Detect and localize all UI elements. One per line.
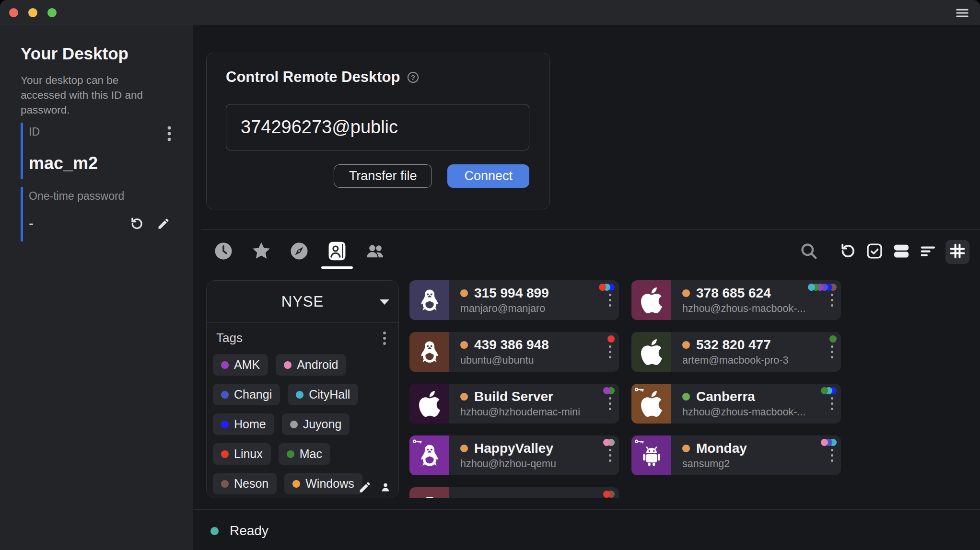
menu-icon[interactable] [954,5,970,21]
tab-recent-sessions[interactable] [212,241,234,263]
tag-color-dot [284,361,292,369]
remote-id-input[interactable] [226,104,529,150]
edit-tags-pencil-icon[interactable] [358,481,372,494]
sort-icon [919,242,937,262]
tag-label: Windows [305,477,354,491]
tag-color-dot [221,450,229,458]
tab-address-book[interactable] [326,241,348,263]
device-name: Monday [696,441,747,456]
otp-refresh-icon[interactable] [129,216,144,231]
tag-label: Home [234,417,266,431]
device-username: hzhou@zhous-macbook-... [682,406,805,418]
device-card[interactable]: 378 685 624hzhou@zhous-macbook-... [631,280,841,320]
device-status-dot [460,393,468,401]
device-username: artem@macbook-pro-3 [682,355,788,367]
compass-icon [289,241,309,263]
control-remote-desktop-card: Control Remote Desktop ? Transfer file C… [206,53,550,209]
tab-favorites[interactable] [250,241,272,263]
device-tag-dots [602,284,615,291]
tag-color-dot [603,491,610,498]
device-info: Mondaysansumg2 [682,435,747,475]
one-time-password-section: One-time password - [21,187,173,241]
apple-os-icon [631,280,671,320]
device-card[interactable]: 532 820 477artem@macbook-pro-3 [631,332,841,372]
chevron-down-icon [379,298,390,309]
device-card[interactable]: Build Serverhzhou@hzhoudemac-mini [409,384,619,424]
grid-view-button[interactable] [945,240,969,264]
tag-chip-amk[interactable]: AMK [213,354,268,376]
tag-label: Changi [234,388,272,401]
device-grid: 315 994 899manjaro@manjaro439 386 948ubu… [409,280,841,498]
tag-color-dot [290,421,298,428]
tag-chip-windows[interactable]: Windows [284,473,362,494]
tags-label: Tags [216,331,243,345]
close-window-button[interactable] [9,8,18,17]
tab-group[interactable] [364,241,386,263]
key-icon [634,438,645,447]
device-tag-dots [610,335,615,343]
tag-label: Mac [300,447,322,461]
otp-edit-pencil-icon[interactable] [157,217,170,230]
transfer-file-button[interactable]: Transfer file [334,164,432,188]
tux-os-icon [409,435,449,475]
tag-chip-mac[interactable]: Mac [279,443,330,465]
card-view-button[interactable] [892,242,911,262]
refresh-icon [839,242,857,262]
device-name: Build Server [474,389,553,404]
id-menu-kebab-icon[interactable] [165,126,173,142]
address-book-selector[interactable]: NYSE [207,281,398,323]
device-column-2: 378 685 624hzhou@zhous-macbook-...532 82… [631,280,841,498]
connect-button[interactable]: Connect [447,164,529,188]
star-icon [251,241,272,264]
tag-chip-cityhall[interactable]: CityHall [288,384,358,405]
tag-chip-home[interactable]: Home [213,413,274,435]
device-info: Canberrahzhou@zhous-macbook-... [682,384,805,424]
tag-label: CityHall [309,388,350,401]
status-bar-divider [193,509,980,510]
tag-chip-android[interactable]: Android [276,354,346,376]
search-button[interactable] [799,242,818,262]
sort-button[interactable] [919,242,938,262]
tag-color-dot [603,387,610,394]
key-icon [634,386,645,395]
device-status-dot [460,341,468,349]
clock-icon [213,241,233,263]
device-card[interactable]: Pul [409,487,619,498]
maximize-window-button[interactable] [47,8,57,17]
select-button[interactable] [865,242,884,262]
otp-value: - [29,215,34,231]
help-icon[interactable]: ? [407,71,420,84]
tag-chip-juyong[interactable]: Juyong [282,413,350,435]
traffic-lights [9,8,57,17]
session-tabs [212,241,386,263]
device-card[interactable]: HappyValleyhzhou@hzhou-qemu [409,435,619,475]
control-remote-desktop-title: Control Remote Desktop [226,69,400,86]
tag-label: Linux [234,447,263,461]
add-person-icon[interactable] [380,481,391,493]
device-card[interactable]: 315 994 899manjaro@manjaro [409,280,619,320]
sidebar-title: Your Desktop [21,44,128,63]
cards-icon [892,241,911,263]
tag-color-dot [287,450,294,458]
device-info: Build Serverhzhou@hzhoudemac-mini [460,384,580,424]
apple-os-icon [631,332,671,372]
section-divider [201,229,980,229]
tags-menu-kebab-icon[interactable] [382,331,387,345]
tag-color-dot [821,439,828,446]
sidebar: Your Desktop Your desktop can be accesse… [0,25,193,550]
device-card[interactable]: 439 386 948ubuntu@ubuntu [409,332,619,372]
tag-chip-linux[interactable]: Linux [213,443,271,465]
device-name: 315 994 899 [474,286,549,301]
refresh-button[interactable] [838,242,857,262]
device-card[interactable]: Canberrahzhou@zhous-macbook-... [631,384,841,424]
tag-label: Neson [234,477,268,491]
tab-discovered[interactable] [288,241,310,263]
device-info: Pul [460,487,495,498]
device-tag-dots [606,387,615,394]
minimize-window-button[interactable] [28,8,37,17]
device-name: 532 820 477 [696,337,771,353]
id-section: ID mac_m2 [21,123,173,179]
tag-chip-changi[interactable]: Changi [213,384,280,405]
tag-chip-neson[interactable]: Neson [213,473,277,494]
device-card[interactable]: Mondaysansumg2 [631,435,841,475]
